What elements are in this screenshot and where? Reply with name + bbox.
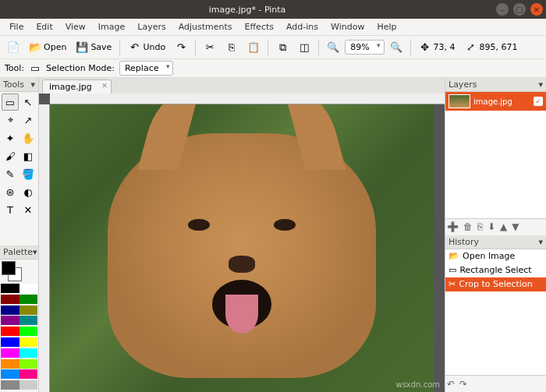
maximize-button[interactable]: □ [513, 3, 526, 16]
history-item[interactable]: 📂Open Image [445, 249, 546, 263]
zoom-out-button[interactable]: 🔍 [323, 38, 343, 57]
color-swatch[interactable] [1, 295, 20, 304]
color-swatch[interactable] [20, 327, 38, 336]
rect-icon: ▭ [448, 265, 456, 275]
history-item[interactable]: ✂Crop to Selection [445, 277, 546, 291]
menu-help[interactable]: Help [370, 22, 402, 32]
close-button[interactable]: ✕ [530, 3, 543, 16]
color-swatch[interactable] [1, 369, 20, 379]
chevron-icon[interactable]: ▾ [538, 237, 543, 247]
menu-addins[interactable]: Add-ins [280, 22, 324, 32]
titlebar: image.jpg* - Pinta – □ ✕ [0, 0, 546, 19]
new-button[interactable]: 📄 [3, 38, 23, 57]
crop-icon: ⧉ [276, 41, 289, 54]
cut-button[interactable]: ✂ [200, 38, 220, 57]
color-swatch[interactable] [1, 359, 20, 369]
pan-tool[interactable]: ✋ [20, 129, 37, 147]
menu-adjustments[interactable]: Adjustments [172, 22, 239, 32]
color-swatch[interactable] [1, 337, 20, 347]
color-swatch[interactable] [1, 380, 20, 390]
menu-file[interactable]: File [3, 22, 30, 32]
ruler-vertical [39, 104, 50, 392]
color-swatch[interactable] [1, 348, 20, 358]
color-swatch[interactable] [20, 369, 38, 379]
text-tool[interactable]: T [2, 201, 19, 218]
size-icon: ⤢ [465, 41, 477, 54]
color-swatch[interactable] [1, 284, 20, 293]
menu-window[interactable]: Window [324, 22, 370, 32]
canvas-image[interactable] [50, 104, 434, 392]
chevron-icon[interactable]: ▾ [33, 247, 37, 257]
zoom-level[interactable]: 89% [345, 40, 384, 55]
zoom-out-icon: 🔍 [327, 41, 339, 54]
history-buttons: ↶ ↷ [445, 375, 546, 392]
color-swatch[interactable] [20, 380, 38, 390]
delete-layer-icon[interactable]: 🗑 [463, 221, 473, 232]
mode-label: Selection Mode: [46, 63, 115, 73]
lasso-tool[interactable]: ⌖ [2, 111, 19, 129]
canvas-area[interactable]: wsxdn.com [39, 94, 445, 392]
layer-item[interactable]: image.jpg ✓ [445, 92, 546, 111]
menu-edit[interactable]: Edit [30, 22, 58, 32]
paste-button[interactable]: 📋 [243, 38, 264, 57]
menu-view[interactable]: View [59, 22, 92, 32]
pencil-tool[interactable]: ✎ [2, 165, 19, 182]
add-layer-icon[interactable]: ➕ [447, 221, 459, 232]
deselect-button[interactable]: ◫ [294, 38, 314, 57]
rect-select-tool[interactable]: ▭ [2, 94, 19, 111]
menu-layers[interactable]: Layers [131, 22, 172, 32]
open-button[interactable]: 📂Open [25, 38, 70, 57]
color-swatch[interactable] [1, 305, 20, 315]
layer-thumbnail [448, 94, 470, 108]
menu-image[interactable]: Image [92, 22, 131, 32]
crop-button[interactable]: ⧉ [272, 38, 292, 57]
document-tab[interactable]: image.jpg✕ [42, 79, 112, 94]
move-tool[interactable]: ↖ [20, 94, 37, 111]
color-swatch[interactable] [20, 305, 38, 315]
close-tab-icon[interactable]: ✕ [101, 82, 108, 90]
color-swatch[interactable] [20, 359, 38, 369]
tool-label: Tool: [5, 63, 24, 73]
deselect-icon: ◫ [298, 41, 310, 54]
layer-visible-icon[interactable]: ✓ [534, 97, 543, 106]
copy-button[interactable]: ⎘ [222, 38, 242, 57]
undo-button[interactable]: ↶Undo [124, 38, 169, 57]
color-swatch[interactable] [20, 284, 38, 293]
zoom-in-icon: 🔍 [390, 41, 402, 54]
chevron-icon[interactable]: ▾ [30, 79, 35, 90]
tools-panel-header: Tools▾ [0, 78, 38, 92]
clone-tool[interactable]: ⊛ [2, 183, 19, 200]
merge-down-icon[interactable]: ⬇ [488, 221, 495, 232]
watermark: wsxdn.com [395, 380, 440, 389]
separator [318, 40, 319, 55]
redo-icon[interactable]: ↷ [459, 379, 467, 390]
shapes-tool[interactable]: ✕ [20, 201, 37, 218]
brush-tool[interactable]: 🖌 [2, 147, 19, 164]
color-swatch[interactable] [20, 348, 38, 358]
selection-mode-dropdown[interactable]: Replace [119, 61, 174, 76]
color-swatch[interactable] [20, 316, 38, 325]
duplicate-layer-icon[interactable]: ⎘ [477, 221, 483, 232]
minimize-button[interactable]: – [496, 3, 509, 16]
color-swatch[interactable] [1, 327, 20, 336]
redo-button[interactable]: ↷ [171, 38, 191, 57]
save-button[interactable]: 💾Save [72, 38, 115, 57]
color-swatch[interactable] [20, 337, 38, 347]
history-item[interactable]: ▭Rectangle Select [445, 263, 546, 277]
separator [195, 40, 196, 55]
eraser-tool[interactable]: ◧ [20, 147, 37, 164]
move-sel-tool[interactable]: ↗ [20, 111, 37, 129]
menu-effects[interactable]: Effects [239, 22, 280, 32]
zoom-in-button[interactable]: 🔍 [386, 38, 406, 57]
color-swatch[interactable] [20, 295, 38, 304]
bucket-tool[interactable]: 🪣 [20, 165, 37, 182]
recolor-tool[interactable]: ◐ [20, 183, 37, 200]
wand-tool[interactable]: ✦ [2, 129, 19, 147]
undo-icon[interactable]: ↶ [447, 379, 455, 390]
color-swatch[interactable] [1, 316, 20, 325]
chevron-icon[interactable]: ▾ [538, 79, 543, 90]
layer-up-icon[interactable]: ▲ [500, 221, 507, 232]
layer-down-icon[interactable]: ▼ [512, 221, 519, 232]
fg-bg-swatch[interactable] [0, 260, 38, 283]
layers-panel-header: Layers▾ [445, 78, 546, 92]
